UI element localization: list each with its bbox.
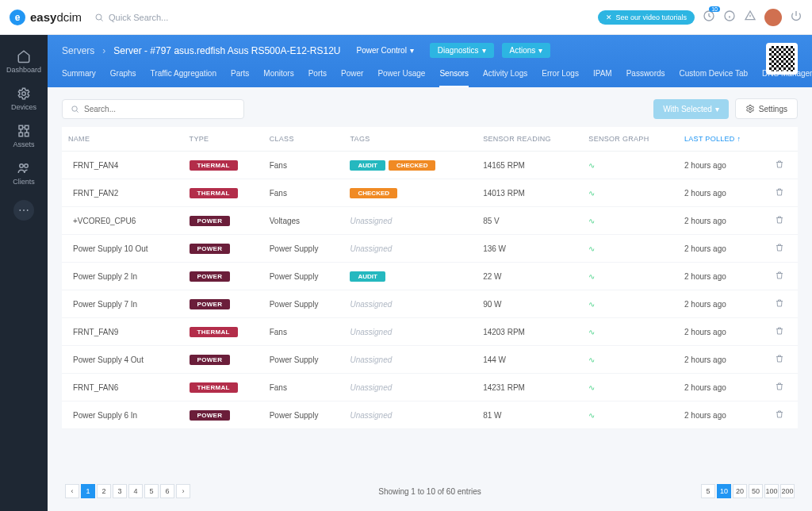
table-search-input[interactable] xyxy=(84,105,236,113)
chevron-right-icon: › xyxy=(102,45,105,56)
pager-page-6[interactable]: 6 xyxy=(160,484,174,498)
table-row[interactable]: FRNT_FAN9THERMALFansUnassigned14203 RPM∿… xyxy=(62,318,798,346)
tab-monitors[interactable]: Monitors xyxy=(263,69,293,87)
cell-polled: 2 hours ago xyxy=(678,152,768,179)
type-badge: POWER xyxy=(190,299,231,309)
delete-icon[interactable] xyxy=(775,190,784,198)
delete-icon[interactable] xyxy=(775,356,784,365)
table-row[interactable]: FRNT_FAN4THERMALFansAUDITCHECKED14165 RP… xyxy=(62,152,798,179)
delete-icon[interactable] xyxy=(775,162,784,171)
settings-button[interactable]: Settings xyxy=(735,98,798,119)
sidebar-item-devices[interactable]: Devices xyxy=(6,80,41,117)
chevron-down-icon: ▾ xyxy=(538,46,542,55)
power-control-button[interactable]: Power Control ▾ xyxy=(349,43,422,58)
actions-button[interactable]: Actions ▾ xyxy=(502,43,551,58)
avatar[interactable] xyxy=(764,9,782,26)
col-last-polled[interactable]: LAST POLLED ↑ xyxy=(678,127,768,152)
cell-class: Fans xyxy=(263,374,344,402)
tab-error-logs[interactable]: Error Logs xyxy=(542,69,579,87)
table-search[interactable] xyxy=(62,99,244,119)
delete-icon[interactable] xyxy=(775,273,784,282)
power-icon[interactable] xyxy=(790,10,802,25)
table-row[interactable]: Power Supply 7 InPOWERPower SupplyUnassi… xyxy=(62,290,798,318)
sidebar-item-dashboard[interactable]: Dashboard xyxy=(6,43,41,80)
pager-page-1[interactable]: 1 xyxy=(81,484,95,498)
cell-reading: 14231 RPM xyxy=(477,374,582,402)
with-selected-button[interactable]: With Selected ▾ xyxy=(653,99,729,119)
delete-icon[interactable] xyxy=(775,245,784,254)
delete-icon[interactable] xyxy=(775,384,784,393)
global-search-input[interactable] xyxy=(109,13,220,22)
sparkline-icon: ∿ xyxy=(588,189,595,198)
col-class[interactable]: CLASS xyxy=(263,127,344,152)
page-size-5[interactable]: 5 xyxy=(701,484,715,498)
logo[interactable]: e easydcim xyxy=(10,10,82,25)
type-badge: THERMAL xyxy=(190,160,238,171)
tab-power[interactable]: Power xyxy=(341,69,363,87)
type-badge: POWER xyxy=(190,355,231,365)
table-row[interactable]: Power Supply 2 InPOWERPower SupplyAUDIT2… xyxy=(62,263,798,290)
page-size-20[interactable]: 20 xyxy=(733,484,747,498)
col-sensor-graph[interactable]: SENSOR GRAPH xyxy=(582,127,678,152)
tab-passwords[interactable]: Passwords xyxy=(626,69,665,87)
unassigned-label: Unassigned xyxy=(350,300,392,309)
tab-traffic-aggregation[interactable]: Traffic Aggregation xyxy=(151,69,216,87)
cell-name: Power Supply 6 In xyxy=(62,402,183,429)
table-row[interactable]: Power Supply 10 OutPOWERPower SupplyUnas… xyxy=(62,235,798,263)
tab-activity-logs[interactable]: Activity Logs xyxy=(483,69,527,87)
delete-icon[interactable] xyxy=(775,328,784,337)
tab-summary[interactable]: Summary xyxy=(62,69,96,87)
svg-point-16 xyxy=(25,164,29,168)
pager-page-5[interactable]: 5 xyxy=(144,484,159,498)
video-tutorials-button[interactable]: ✕ See our video tutorials xyxy=(598,10,695,25)
delete-icon[interactable] xyxy=(775,412,784,421)
tab-graphs[interactable]: Graphs xyxy=(110,69,136,87)
pager-page-2[interactable]: 2 xyxy=(97,484,111,498)
table-row[interactable]: FRNT_FAN6THERMALFansUnassigned14231 RPM∿… xyxy=(62,374,798,402)
tab-power-usage[interactable]: Power Usage xyxy=(377,69,425,87)
tab-sensors[interactable]: Sensors xyxy=(439,69,469,87)
cell-class: Power Supply xyxy=(263,290,344,318)
col-type[interactable]: TYPE xyxy=(183,127,263,152)
cell-tags: AUDITCHECKED xyxy=(343,152,477,179)
page-size-10[interactable]: 10 xyxy=(717,484,731,498)
cell-class: Fans xyxy=(263,179,344,207)
pager-next[interactable]: › xyxy=(176,484,190,498)
type-badge: POWER xyxy=(190,216,231,226)
table-row[interactable]: +VCORE0_CPU6POWERVoltagesUnassigned85 V∿… xyxy=(62,207,798,235)
sidebar-more-button[interactable]: ⋯ xyxy=(13,200,34,221)
global-search[interactable] xyxy=(94,13,220,22)
tab-ipam[interactable]: IPAM xyxy=(593,69,612,87)
page-size-50[interactable]: 50 xyxy=(749,484,763,498)
breadcrumb-root[interactable]: Servers xyxy=(62,45,94,56)
table-row[interactable]: Power Supply 6 InPOWERPower SupplyUnassi… xyxy=(62,402,798,429)
cell-polled: 2 hours ago xyxy=(678,374,768,402)
page-size-100[interactable]: 100 xyxy=(764,484,779,498)
cell-tags: Unassigned xyxy=(343,346,477,374)
tab-parts[interactable]: Parts xyxy=(231,69,249,87)
pager-prev[interactable]: ‹ xyxy=(65,484,79,498)
sidebar-item-assets[interactable]: Assets xyxy=(6,117,41,155)
pager-page-4[interactable]: 4 xyxy=(128,484,143,498)
cell-reading: 81 W xyxy=(477,402,582,429)
page-size-200[interactable]: 200 xyxy=(780,484,795,498)
tab-custom-device-tab[interactable]: Custom Device Tab xyxy=(680,69,749,87)
diagnostics-button[interactable]: Diagnostics ▾ xyxy=(430,43,494,58)
table-row[interactable]: Power Supply 4 OutPOWERPower SupplyUnass… xyxy=(62,346,798,374)
pager-page-3[interactable]: 3 xyxy=(113,484,127,498)
delete-icon[interactable] xyxy=(775,301,784,309)
tab-dns-management[interactable]: DNS Management xyxy=(762,69,812,87)
col-tags[interactable]: TAGS xyxy=(343,127,477,152)
svg-rect-9 xyxy=(25,125,29,129)
cell-class: Fans xyxy=(263,318,344,346)
col-name[interactable]: NAME xyxy=(62,127,183,152)
warning-icon[interactable] xyxy=(744,10,756,25)
tab-ports[interactable]: Ports xyxy=(308,69,327,87)
col-sensor-reading[interactable]: SENSOR READING xyxy=(477,127,582,152)
info-icon[interactable] xyxy=(723,10,736,25)
activity-icon[interactable]: 10 xyxy=(703,10,715,25)
cell-polled: 2 hours ago xyxy=(678,179,768,207)
sidebar-item-clients[interactable]: Clients xyxy=(6,155,41,192)
table-row[interactable]: FRNT_FAN2THERMALFansCHECKED14013 RPM∿2 h… xyxy=(62,179,798,207)
delete-icon[interactable] xyxy=(775,217,784,226)
